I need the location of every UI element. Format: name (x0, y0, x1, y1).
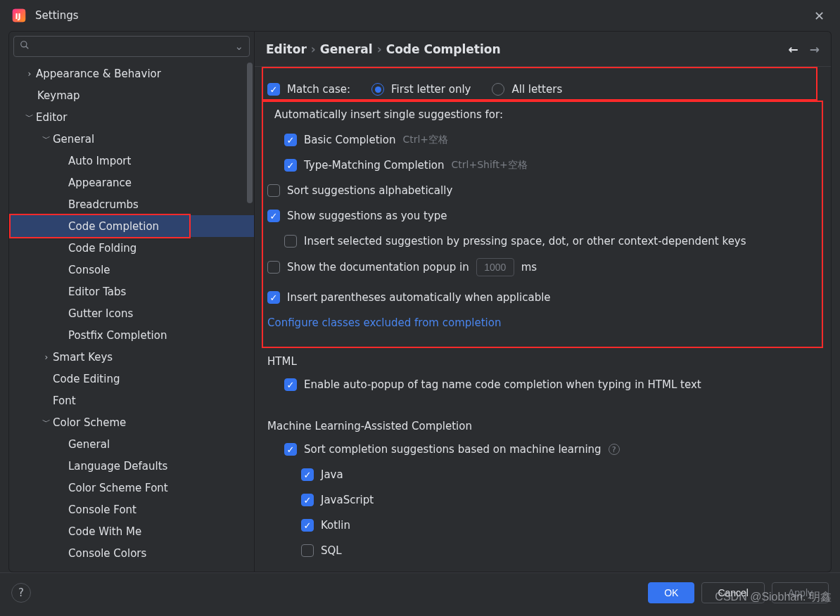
titlebar: IJ Settings ✕ (0, 0, 840, 31)
search-field[interactable] (34, 41, 234, 52)
tree-item-code-completion[interactable]: Code Completion (9, 215, 254, 237)
insert-parens-checkbox[interactable] (267, 291, 280, 304)
tree-item-console-font[interactable]: Console Font (9, 499, 254, 520)
chevron-right-icon: › (311, 42, 316, 56)
chevron-right-icon: › (377, 42, 382, 56)
sort-alpha-checkbox[interactable] (267, 184, 280, 197)
html-enable-checkbox[interactable] (284, 378, 297, 391)
tree-item-label: Code Completion (68, 220, 159, 233)
tree-item-label: Language Defaults (68, 460, 167, 473)
crumb-0[interactable]: Editor (266, 42, 307, 56)
tree-item-label: Font (53, 394, 76, 407)
tree-item-language-defaults[interactable]: Language Defaults (9, 455, 254, 477)
first-letter-radio[interactable] (371, 83, 384, 96)
svg-text:IJ: IJ (15, 12, 21, 21)
tree-item-keymap[interactable]: Keymap (9, 84, 254, 106)
first-letter-label[interactable]: First letter only (391, 83, 471, 96)
tree-item-console-colors[interactable]: Console Colors (9, 542, 254, 564)
ml-sort-checkbox[interactable] (284, 443, 297, 456)
tree-item-general[interactable]: ﹀General (9, 128, 254, 150)
help-icon[interactable]: ? (609, 444, 620, 455)
breadcrumb: Editor › General › Code Completion ← → (255, 32, 831, 67)
tree-item-code-with-me[interactable]: Code With Me (9, 520, 254, 542)
tree-item-label: Appearance & Behavior (36, 68, 161, 80)
chevron-down-icon[interactable]: ﹀ (40, 416, 53, 428)
help-button[interactable]: ? (11, 583, 31, 603)
crumb-2[interactable]: Code Completion (386, 42, 501, 56)
tree-item-label: Auto Import (68, 155, 131, 167)
svg-point-3 (21, 41, 27, 47)
match-case-checkbox[interactable] (267, 83, 280, 96)
ml-sql-checkbox[interactable] (301, 544, 314, 557)
tree-item-font[interactable]: Font (9, 390, 254, 411)
ml-sql-row: SQL (255, 538, 831, 563)
html-section-header: HTML (255, 345, 831, 372)
settings-tree: ›Appearance & BehaviorKeymap﹀Editor﹀Gene… (9, 60, 254, 572)
chevron-right-icon[interactable]: › (40, 352, 53, 362)
tree-item-label: Code With Me (68, 525, 141, 538)
match-case-row: Match case: First letter only All letter… (255, 77, 831, 102)
tree-item-auto-import[interactable]: Auto Import (9, 150, 254, 172)
doc-popup-checkbox[interactable] (267, 261, 280, 274)
tree-item-label: Breadcrumbs (68, 198, 139, 211)
tree-item-label: Appearance (68, 177, 132, 189)
scrollbar[interactable] (247, 63, 253, 203)
tree-item-appearance[interactable]: Appearance (9, 172, 254, 193)
ml-java-checkbox[interactable] (301, 468, 314, 481)
tree-item-editor[interactable]: ﹀Editor (9, 106, 254, 128)
ml-sort-row: Sort completion suggestions based on mac… (255, 437, 831, 462)
settings-sidebar: ⌄ ›Appearance & BehaviorKeymap﹀Editor﹀Ge… (8, 31, 255, 572)
tree-item-label: Code Folding (68, 242, 136, 255)
tree-item-code-folding[interactable]: Code Folding (9, 237, 254, 259)
tree-item-code-editing[interactable]: Code Editing (9, 368, 254, 390)
ok-button[interactable]: OK (648, 582, 694, 603)
search-icon (20, 40, 30, 53)
doc-popup-delay-input[interactable] (476, 258, 514, 276)
tree-item-console[interactable]: Console (9, 259, 254, 281)
doc-popup-row: Show the documentation popup in ms (255, 254, 831, 281)
ml-kotlin-checkbox[interactable] (301, 519, 314, 532)
app-icon: IJ (11, 8, 27, 23)
tree-item-appearance-behavior[interactable]: ›Appearance & Behavior (9, 63, 254, 84)
ml-kotlin-row: Kotlin (255, 513, 831, 538)
chevron-down-icon[interactable]: ﹀ (23, 111, 36, 123)
tree-item-general[interactable]: General (9, 433, 254, 455)
chevron-right-icon[interactable]: › (23, 69, 36, 79)
basic-completion-checkbox[interactable] (284, 134, 297, 146)
tree-item-label: Color Scheme Font (68, 482, 168, 494)
nav-back-icon[interactable]: ← (789, 42, 798, 56)
search-input[interactable]: ⌄ (13, 36, 250, 57)
type-matching-checkbox[interactable] (284, 159, 297, 172)
show-as-type-checkbox[interactable] (267, 210, 280, 222)
all-letters-radio[interactable] (492, 83, 504, 96)
tree-item-gutter-icons[interactable]: Gutter Icons (9, 302, 254, 324)
insert-by-space-checkbox[interactable] (284, 235, 297, 248)
chevron-down-icon[interactable]: ﹀ (40, 133, 53, 145)
tree-item-label: Postfix Completion (68, 329, 167, 342)
tree-item-label: General (53, 133, 94, 146)
tree-item-breadcrumbs[interactable]: Breadcrumbs (9, 193, 254, 215)
tree-item-postfix-completion[interactable]: Postfix Completion (9, 324, 254, 346)
nav-forward-icon: → (810, 42, 820, 56)
close-icon[interactable]: ✕ (810, 4, 829, 27)
tree-item-color-scheme-font[interactable]: Color Scheme Font (9, 477, 254, 499)
tree-item-smart-keys[interactable]: ›Smart Keys (9, 346, 254, 368)
all-letters-label[interactable]: All letters (511, 83, 562, 96)
configure-classes-link[interactable]: Configure classes excluded from completi… (267, 316, 501, 329)
ml-js-checkbox[interactable] (301, 494, 314, 506)
settings-main: Editor › General › Code Completion ← → 区… (255, 31, 832, 572)
tree-item-label: Editor (36, 111, 67, 124)
sort-alpha-row: Sort suggestions alphabetically (255, 178, 831, 203)
tree-item-label: Color Scheme (53, 416, 126, 429)
crumb-1[interactable]: General (320, 42, 373, 56)
dialog-footer: ? OK Cancel Apply (0, 572, 840, 612)
window-title: Settings (35, 9, 79, 22)
show-as-type-row: Show suggestions as you type (255, 203, 831, 229)
tree-item-label: Code Editing (53, 373, 120, 385)
insert-parens-row: Insert parentheses automatically when ap… (255, 285, 831, 310)
tree-item-color-scheme[interactable]: ﹀Color Scheme (9, 411, 254, 433)
tree-item-editor-tabs[interactable]: Editor Tabs (9, 281, 254, 302)
tree-item-label: Smart Keys (53, 351, 113, 364)
settings-content: 区分大小写 Match case: First letter only All … (255, 67, 831, 572)
filter-icon[interactable]: ⌄ (234, 40, 243, 53)
